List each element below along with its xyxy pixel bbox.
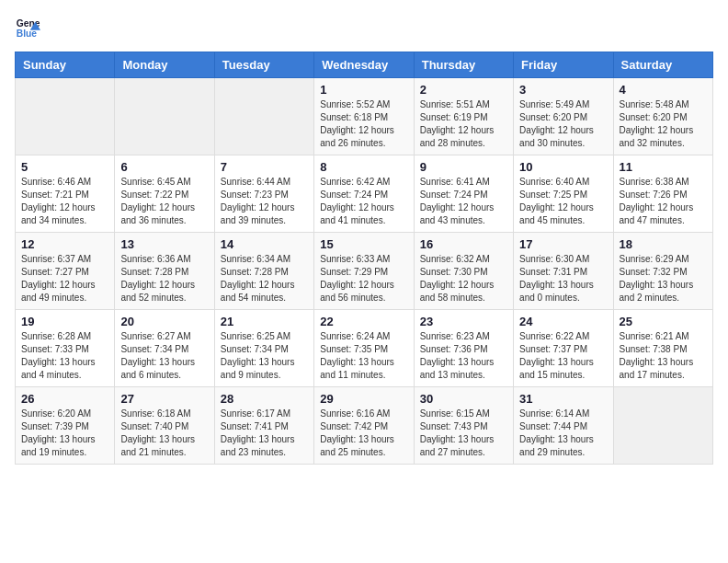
calendar-cell: 29Sunrise: 6:16 AM Sunset: 7:42 PM Dayli… [314, 387, 414, 465]
day-info: Sunrise: 6:27 AM Sunset: 7:34 PM Dayligh… [120, 330, 208, 382]
calendar-cell: 7Sunrise: 6:44 AM Sunset: 7:23 PM Daylig… [214, 155, 313, 233]
day-number: 6 [120, 160, 208, 174]
day-number: 30 [420, 392, 507, 406]
day-number: 17 [519, 237, 607, 251]
day-info: Sunrise: 6:46 AM Sunset: 7:21 PM Dayligh… [21, 176, 108, 227]
page-header: General Blue [15, 15, 713, 40]
day-number: 15 [320, 237, 407, 251]
header-friday: Friday [514, 52, 613, 78]
calendar-cell [115, 78, 214, 155]
header-wednesday: Wednesday [314, 52, 414, 78]
day-number: 8 [320, 160, 407, 174]
calendar-cell: 6Sunrise: 6:45 AM Sunset: 7:22 PM Daylig… [115, 155, 214, 233]
day-number: 13 [120, 237, 208, 251]
day-number: 31 [519, 392, 607, 406]
day-info: Sunrise: 6:36 AM Sunset: 7:28 PM Dayligh… [120, 253, 208, 304]
calendar-cell: 30Sunrise: 6:15 AM Sunset: 7:43 PM Dayli… [414, 387, 513, 465]
logo: General Blue [15, 15, 44, 40]
day-info: Sunrise: 6:30 AM Sunset: 7:31 PM Dayligh… [519, 253, 607, 304]
calendar-cell: 19Sunrise: 6:28 AM Sunset: 7:33 PM Dayli… [16, 310, 115, 387]
day-info: Sunrise: 6:44 AM Sunset: 7:23 PM Dayligh… [221, 176, 308, 227]
day-number: 1 [320, 83, 407, 97]
calendar-cell: 4Sunrise: 5:48 AM Sunset: 6:20 PM Daylig… [613, 78, 712, 155]
header-thursday: Thursday [414, 52, 513, 78]
day-number: 11 [620, 160, 707, 174]
calendar-cell: 26Sunrise: 6:20 AM Sunset: 7:39 PM Dayli… [16, 387, 115, 465]
day-number: 28 [221, 392, 308, 406]
day-number: 10 [519, 160, 607, 174]
calendar-cell: 20Sunrise: 6:27 AM Sunset: 7:34 PM Dayli… [115, 310, 214, 387]
calendar-cell [613, 387, 712, 465]
calendar-cell: 27Sunrise: 6:18 AM Sunset: 7:40 PM Dayli… [115, 387, 214, 465]
day-info: Sunrise: 6:42 AM Sunset: 7:24 PM Dayligh… [320, 176, 407, 227]
header-monday: Monday [115, 52, 214, 78]
day-info: Sunrise: 5:49 AM Sunset: 6:20 PM Dayligh… [519, 98, 607, 150]
calendar-cell: 9Sunrise: 6:41 AM Sunset: 7:24 PM Daylig… [414, 155, 513, 233]
day-number: 24 [519, 315, 607, 328]
calendar-cell: 3Sunrise: 5:49 AM Sunset: 6:20 PM Daylig… [514, 78, 613, 155]
calendar-week-4: 19Sunrise: 6:28 AM Sunset: 7:33 PM Dayli… [16, 310, 713, 387]
svg-text:Blue: Blue [17, 29, 38, 39]
day-number: 29 [320, 392, 407, 406]
day-number: 22 [320, 315, 407, 328]
day-info: Sunrise: 6:34 AM Sunset: 7:28 PM Dayligh… [221, 253, 308, 304]
calendar-cell: 16Sunrise: 6:32 AM Sunset: 7:30 PM Dayli… [414, 233, 513, 310]
day-info: Sunrise: 6:16 AM Sunset: 7:42 PM Dayligh… [320, 408, 407, 459]
day-info: Sunrise: 6:21 AM Sunset: 7:38 PM Dayligh… [620, 330, 707, 382]
calendar-cell: 21Sunrise: 6:25 AM Sunset: 7:34 PM Dayli… [214, 310, 313, 387]
day-info: Sunrise: 6:15 AM Sunset: 7:43 PM Dayligh… [420, 408, 507, 459]
day-info: Sunrise: 5:52 AM Sunset: 6:18 PM Dayligh… [320, 98, 407, 150]
day-info: Sunrise: 6:22 AM Sunset: 7:37 PM Dayligh… [519, 330, 607, 382]
calendar-cell: 5Sunrise: 6:46 AM Sunset: 7:21 PM Daylig… [16, 155, 115, 233]
calendar-cell [214, 78, 313, 155]
day-info: Sunrise: 5:48 AM Sunset: 6:20 PM Dayligh… [620, 98, 707, 150]
calendar-cell: 15Sunrise: 6:33 AM Sunset: 7:29 PM Dayli… [314, 233, 414, 310]
calendar-cell: 13Sunrise: 6:36 AM Sunset: 7:28 PM Dayli… [115, 233, 214, 310]
day-number: 21 [221, 315, 308, 328]
header-tuesday: Tuesday [214, 52, 313, 78]
day-number: 7 [221, 160, 308, 174]
day-info: Sunrise: 6:38 AM Sunset: 7:26 PM Dayligh… [620, 176, 707, 227]
day-number: 12 [21, 237, 108, 251]
day-info: Sunrise: 6:41 AM Sunset: 7:24 PM Dayligh… [420, 176, 507, 227]
day-info: Sunrise: 6:14 AM Sunset: 7:44 PM Dayligh… [519, 408, 607, 459]
day-number: 23 [420, 315, 507, 328]
day-number: 9 [420, 160, 507, 174]
logo-icon: General Blue [15, 15, 40, 40]
day-info: Sunrise: 6:23 AM Sunset: 7:36 PM Dayligh… [420, 330, 507, 382]
calendar-week-5: 26Sunrise: 6:20 AM Sunset: 7:39 PM Dayli… [16, 387, 713, 465]
calendar-cell: 23Sunrise: 6:23 AM Sunset: 7:36 PM Dayli… [414, 310, 513, 387]
day-number: 2 [420, 83, 507, 97]
day-info: Sunrise: 6:32 AM Sunset: 7:30 PM Dayligh… [420, 253, 507, 304]
day-info: Sunrise: 6:24 AM Sunset: 7:35 PM Dayligh… [320, 330, 407, 382]
day-number: 16 [420, 237, 507, 251]
calendar-cell [16, 78, 115, 155]
day-number: 27 [120, 392, 208, 406]
calendar-header-row: SundayMondayTuesdayWednesdayThursdayFrid… [16, 52, 713, 78]
calendar-week-3: 12Sunrise: 6:37 AM Sunset: 7:27 PM Dayli… [16, 233, 713, 310]
calendar-cell: 28Sunrise: 6:17 AM Sunset: 7:41 PM Dayli… [214, 387, 313, 465]
calendar-cell: 25Sunrise: 6:21 AM Sunset: 7:38 PM Dayli… [613, 310, 712, 387]
calendar-cell: 22Sunrise: 6:24 AM Sunset: 7:35 PM Dayli… [314, 310, 414, 387]
day-info: Sunrise: 6:25 AM Sunset: 7:34 PM Dayligh… [221, 330, 308, 382]
day-number: 25 [620, 315, 707, 328]
day-number: 18 [620, 237, 707, 251]
calendar-cell: 10Sunrise: 6:40 AM Sunset: 7:25 PM Dayli… [514, 155, 613, 233]
day-number: 19 [21, 315, 108, 328]
header-sunday: Sunday [16, 52, 115, 78]
calendar-cell: 12Sunrise: 6:37 AM Sunset: 7:27 PM Dayli… [16, 233, 115, 310]
day-number: 4 [620, 83, 707, 97]
calendar-cell: 1Sunrise: 5:52 AM Sunset: 6:18 PM Daylig… [314, 78, 414, 155]
day-info: Sunrise: 6:29 AM Sunset: 7:32 PM Dayligh… [620, 253, 707, 304]
calendar-cell: 14Sunrise: 6:34 AM Sunset: 7:28 PM Dayli… [214, 233, 313, 310]
day-info: Sunrise: 5:51 AM Sunset: 6:19 PM Dayligh… [420, 98, 507, 150]
calendar-week-1: 1Sunrise: 5:52 AM Sunset: 6:18 PM Daylig… [16, 78, 713, 155]
day-info: Sunrise: 6:18 AM Sunset: 7:40 PM Dayligh… [120, 408, 208, 459]
calendar-cell: 2Sunrise: 5:51 AM Sunset: 6:19 PM Daylig… [414, 78, 513, 155]
day-number: 26 [21, 392, 108, 406]
calendar-cell: 11Sunrise: 6:38 AM Sunset: 7:26 PM Dayli… [613, 155, 712, 233]
calendar-week-2: 5Sunrise: 6:46 AM Sunset: 7:21 PM Daylig… [16, 155, 713, 233]
day-info: Sunrise: 6:45 AM Sunset: 7:22 PM Dayligh… [120, 176, 208, 227]
calendar-cell: 17Sunrise: 6:30 AM Sunset: 7:31 PM Dayli… [514, 233, 613, 310]
day-number: 14 [221, 237, 308, 251]
